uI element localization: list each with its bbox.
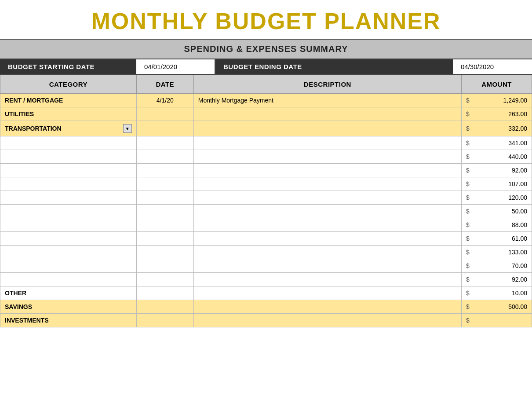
header-amount: AMOUNT <box>462 75 532 94</box>
amount-value: 332.00 <box>471 125 527 132</box>
subtitle-bar: SPENDING & EXPENSES SUMMARY <box>0 39 532 59</box>
date-cell[interactable] <box>136 218 193 232</box>
date-cell[interactable] <box>136 191 193 205</box>
description-cell[interactable] <box>193 286 461 300</box>
amount-cell[interactable]: $341.00 <box>462 136 532 150</box>
amount-cell[interactable]: $263.00 <box>462 107 532 121</box>
category-label: SAVINGS <box>5 303 32 310</box>
amount-cell[interactable]: $107.00 <box>462 177 532 191</box>
dropdown-trigger[interactable]: TRANSPORTATION▼ <box>5 124 132 133</box>
date-cell[interactable] <box>136 286 193 300</box>
date-cell[interactable] <box>136 246 193 259</box>
category-cell: RENT / MORTGAGE <box>0 94 137 107</box>
date-cell[interactable] <box>136 300 193 314</box>
date-cell[interactable] <box>136 273 193 286</box>
amount-cell[interactable]: $61.00 <box>462 232 532 246</box>
description-cell[interactable] <box>193 121 461 136</box>
description-cell[interactable] <box>193 259 461 273</box>
table-row: $341.00 <box>0 136 532 150</box>
dollar-sign: $ <box>466 180 471 187</box>
amount-value: 1,249.00 <box>471 97 527 104</box>
date-cell[interactable]: 4/1/20 <box>136 94 193 107</box>
dollar-sign: $ <box>466 97 471 104</box>
date-cell[interactable] <box>136 107 193 121</box>
table-row: TRANSPORTATION▼$332.00 <box>0 121 532 136</box>
amount-value: 341.00 <box>471 139 527 147</box>
amount-cell[interactable]: $500.00 <box>462 300 532 314</box>
table-row: $70.00 <box>0 259 532 273</box>
date-cell[interactable] <box>136 136 193 150</box>
description-cell[interactable] <box>193 107 461 121</box>
table-row: SAVINGS$500.00 <box>0 300 532 314</box>
date-cell[interactable] <box>136 232 193 246</box>
date-cell[interactable] <box>136 205 193 218</box>
description-cell[interactable]: Monthly Mortgage Payment <box>193 94 461 107</box>
amount-cell[interactable]: $1,249.00 <box>462 94 532 107</box>
category-cell: SAVINGS <box>0 300 137 314</box>
description-cell[interactable] <box>193 150 461 164</box>
category-label: RENT / MORTGAGE <box>5 97 63 104</box>
category-cell <box>0 205 137 218</box>
description-cell[interactable] <box>193 164 461 177</box>
dollar-sign: $ <box>466 110 471 117</box>
category-cell <box>0 218 137 232</box>
dollar-sign: $ <box>466 194 471 201</box>
table-row: INVESTMENTS$ <box>0 314 532 327</box>
amount-value: 10.00 <box>471 290 527 297</box>
date-cell[interactable] <box>136 177 193 191</box>
amount-value: 92.00 <box>471 167 527 174</box>
amount-value: 133.00 <box>471 249 527 256</box>
dollar-sign: $ <box>466 221 471 228</box>
amount-cell[interactable]: $ <box>462 314 532 327</box>
category-cell: INVESTMENTS <box>0 314 137 327</box>
category-cell <box>0 273 137 286</box>
description-cell[interactable] <box>193 205 461 218</box>
amount-cell[interactable]: $92.00 <box>462 273 532 286</box>
budget-end-value[interactable]: 04/30/2020 <box>453 59 532 74</box>
description-cell[interactable] <box>193 246 461 259</box>
dollar-sign: $ <box>466 125 471 132</box>
table-row: $61.00 <box>0 232 532 246</box>
amount-cell[interactable]: $70.00 <box>462 259 532 273</box>
amount-cell[interactable]: $92.00 <box>462 164 532 177</box>
date-cell[interactable] <box>136 314 193 327</box>
category-label: TRANSPORTATION <box>5 125 62 132</box>
description-cell[interactable] <box>193 314 461 327</box>
description-cell[interactable] <box>193 191 461 205</box>
description-cell[interactable] <box>193 136 461 150</box>
amount-cell[interactable]: $50.00 <box>462 205 532 218</box>
date-cell[interactable] <box>136 121 193 136</box>
category-cell <box>0 164 137 177</box>
category-cell[interactable]: TRANSPORTATION▼ <box>0 121 137 136</box>
amount-cell[interactable]: $88.00 <box>462 218 532 232</box>
dollar-sign: $ <box>466 317 471 324</box>
description-cell[interactable] <box>193 300 461 314</box>
date-cell[interactable] <box>136 259 193 273</box>
dollar-sign: $ <box>466 153 471 160</box>
amount-value: 70.00 <box>471 262 527 269</box>
table-row: $120.00 <box>0 191 532 205</box>
description-cell[interactable] <box>193 273 461 286</box>
amount-cell[interactable]: $10.00 <box>462 286 532 300</box>
amount-value: 263.00 <box>471 110 527 117</box>
header-date: DATE <box>136 75 193 94</box>
amount-cell[interactable]: $440.00 <box>462 150 532 164</box>
date-cell[interactable] <box>136 150 193 164</box>
amount-cell[interactable]: $332.00 <box>462 121 532 136</box>
amount-value: 120.00 <box>471 194 527 201</box>
dollar-sign: $ <box>466 139 471 147</box>
budget-start-value[interactable]: 04/01/2020 <box>136 59 215 74</box>
amount-cell[interactable]: $133.00 <box>462 246 532 259</box>
amount-cell[interactable]: $120.00 <box>462 191 532 205</box>
description-cell[interactable] <box>193 177 461 191</box>
dropdown-arrow-icon[interactable]: ▼ <box>123 124 132 133</box>
description-cell[interactable] <box>193 218 461 232</box>
header-description: DESCRIPTION <box>193 75 461 94</box>
table-row: $92.00 <box>0 273 532 286</box>
dollar-sign: $ <box>466 276 471 283</box>
table-row: $440.00 <box>0 150 532 164</box>
amount-value: 92.00 <box>471 276 527 283</box>
amount-value: 107.00 <box>471 180 527 187</box>
date-cell[interactable] <box>136 164 193 177</box>
description-cell[interactable] <box>193 232 461 246</box>
